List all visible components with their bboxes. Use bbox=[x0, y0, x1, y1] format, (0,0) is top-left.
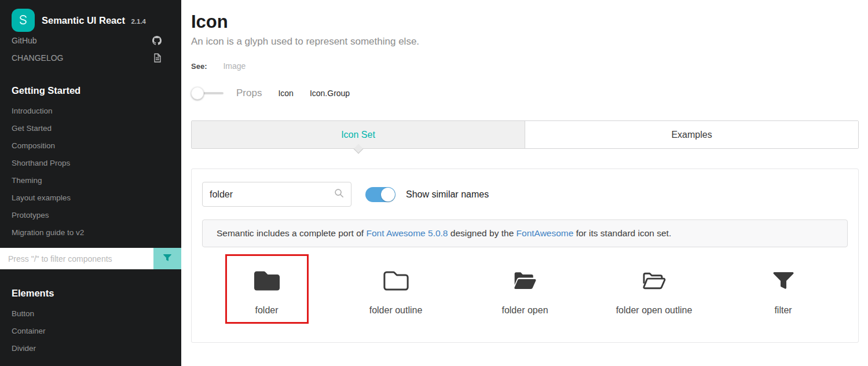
section-title-elements: Elements bbox=[0, 288, 181, 299]
sidebar-filter bbox=[0, 248, 181, 269]
props-link-icon-group[interactable]: Icon.Group bbox=[310, 89, 350, 98]
sidebar-item-theming[interactable]: Theming bbox=[0, 171, 181, 189]
filter-icon bbox=[163, 253, 172, 264]
sidebar: Semantic UI React 2.1.4 GitHub CHANGELOG… bbox=[0, 0, 181, 366]
filter-result-icon bbox=[772, 268, 795, 296]
icon-results-grid: folder folder outline folder open bbox=[202, 258, 848, 327]
sidebar-item-divider[interactable]: Divider bbox=[0, 339, 181, 357]
sidebar-item-get-started[interactable]: Get Started bbox=[0, 119, 181, 137]
icon-cell-folder-open[interactable]: folder open bbox=[460, 258, 589, 327]
panel-controls: Show similar names bbox=[202, 182, 848, 207]
show-similar-names-toggle[interactable] bbox=[365, 187, 395, 202]
tab-bar: Icon Set Examples bbox=[191, 120, 859, 149]
icon-search-box bbox=[202, 182, 351, 207]
page-title: Icon bbox=[191, 12, 859, 32]
icon-cell-filter[interactable]: filter bbox=[719, 258, 848, 327]
github-link-label: GitHub bbox=[12, 36, 37, 45]
props-toggle[interactable] bbox=[191, 87, 225, 100]
see-link-image[interactable]: Image bbox=[223, 61, 246, 71]
semantic-ui-logo-icon bbox=[12, 9, 35, 32]
sidebar-item-composition[interactable]: Composition bbox=[0, 137, 181, 154]
props-label: Props bbox=[236, 87, 262, 99]
icon-search-input[interactable] bbox=[210, 189, 334, 200]
props-toggle-knob bbox=[191, 87, 204, 100]
sidebar-item-button[interactable]: Button bbox=[0, 305, 181, 322]
message-text-3: for its standard icon set. bbox=[573, 228, 671, 238]
toggle-knob bbox=[381, 188, 395, 202]
filter-button[interactable] bbox=[153, 248, 181, 269]
props-link-icon[interactable]: Icon bbox=[278, 89, 293, 98]
icon-label: folder open bbox=[501, 305, 548, 316]
folder-icon bbox=[254, 268, 280, 296]
icon-label: filter bbox=[774, 305, 792, 316]
font-awesome-version-link[interactable]: Font Awesome 5.0.8 bbox=[366, 228, 448, 238]
section-title-getting-started: Getting Started bbox=[0, 85, 181, 96]
icon-cell-folder[interactable]: folder bbox=[202, 258, 331, 327]
page-subtitle: An icon is a glyph used to represent som… bbox=[191, 36, 859, 47]
folder-open-outline-icon bbox=[641, 268, 668, 296]
icon-cell-folder-open-outline[interactable]: folder open outline bbox=[589, 258, 719, 327]
sidebar-item-migration-guide[interactable]: Migration guide to v2 bbox=[0, 224, 181, 241]
sidebar-item-introduction[interactable]: Introduction bbox=[0, 102, 181, 119]
props-row: Props Icon Icon.Group bbox=[191, 87, 859, 100]
message-text-1: Semantic includes a complete port of bbox=[217, 228, 366, 238]
logo-title[interactable]: Semantic UI React 2.1.4 bbox=[42, 15, 146, 26]
folder-outline-icon bbox=[383, 268, 409, 296]
font-awesome-message: Semantic includes a complete port of Fon… bbox=[202, 219, 848, 247]
icon-label: folder bbox=[255, 305, 278, 316]
icon-set-panel: Show similar names Semantic includes a c… bbox=[191, 169, 859, 343]
see-also-row: See: Image bbox=[191, 61, 859, 71]
search-icon bbox=[334, 188, 344, 200]
font-awesome-link[interactable]: FontAwesome bbox=[517, 228, 574, 238]
message-text-2: designed by the bbox=[448, 228, 517, 238]
sidebar-link-changelog[interactable]: CHANGELOG bbox=[0, 49, 181, 67]
sidebar-item-container[interactable]: Container bbox=[0, 322, 181, 339]
icon-label: folder open outline bbox=[616, 305, 693, 316]
icon-cell-folder-outline[interactable]: folder outline bbox=[331, 258, 460, 327]
filter-components-input[interactable] bbox=[0, 248, 153, 269]
sidebar-link-github[interactable]: GitHub bbox=[0, 32, 181, 49]
icon-label: folder outline bbox=[369, 305, 423, 316]
changelog-link-label: CHANGELOG bbox=[12, 53, 63, 63]
folder-open-icon bbox=[512, 268, 539, 296]
sidebar-item-layout-examples[interactable]: Layout examples bbox=[0, 189, 181, 206]
main-content: Icon An icon is a glyph used to represen… bbox=[181, 0, 868, 366]
logo-row: Semantic UI React 2.1.4 bbox=[0, 0, 181, 32]
sidebar-item-shorthand-props[interactable]: Shorthand Props bbox=[0, 154, 181, 171]
file-icon bbox=[153, 53, 162, 63]
github-icon bbox=[152, 36, 162, 45]
see-label: See: bbox=[191, 62, 207, 71]
app-title: Semantic UI React bbox=[42, 15, 125, 25]
show-similar-names-label: Show similar names bbox=[406, 189, 489, 200]
app-version: 2.1.4 bbox=[131, 18, 146, 25]
sidebar-item-prototypes[interactable]: Prototypes bbox=[0, 206, 181, 224]
tab-examples[interactable]: Examples bbox=[525, 121, 858, 148]
